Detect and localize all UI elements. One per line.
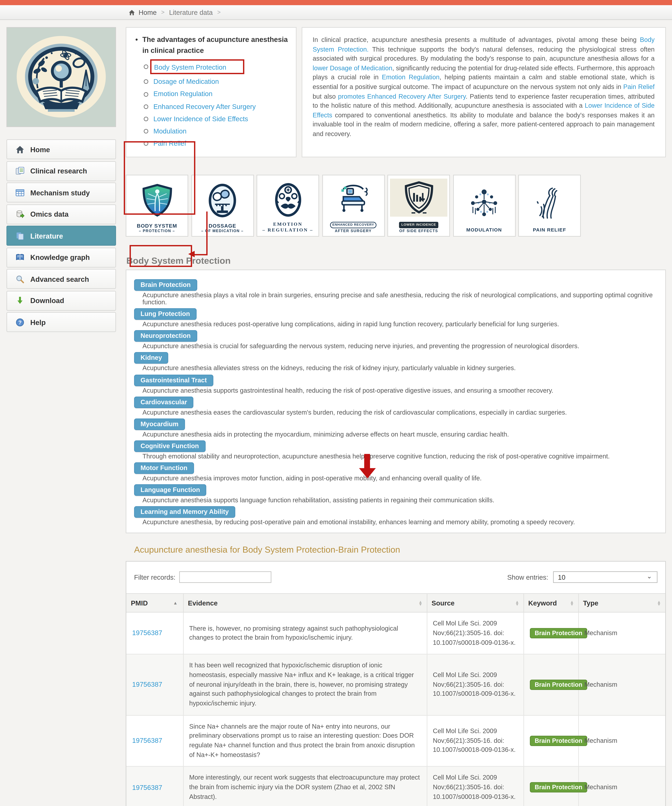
type-cell: Mechanism	[578, 767, 665, 806]
annotation-link-highlight-box: Body System Protection	[150, 59, 244, 74]
tag-button-cognitive-function[interactable]: Cognitive Function	[134, 440, 205, 452]
sidebar-item-knowledge-graph[interactable]: Knowledge graph	[7, 247, 116, 267]
advantage-card-of-side-effects[interactable]: LOWER INCIDENCEOF SIDE EFFECTS	[387, 174, 450, 236]
sidebar-item-home[interactable]: Home	[7, 139, 116, 159]
breadcrumb-home-link[interactable]: Home	[139, 8, 157, 16]
filter-input[interactable]	[179, 571, 272, 583]
advantage-card-modulation[interactable]: MODULATION	[453, 174, 515, 236]
advantage-card-after-surgery[interactable]: ENHANCED RECOVERYAFTER SURGERY	[322, 174, 385, 236]
tag-button-myocardium[interactable]: Myocardium	[134, 418, 185, 430]
keyword-badge[interactable]: Brain Protection	[530, 628, 588, 639]
table-row: 19756387It has been well recognized that…	[126, 654, 665, 715]
pmid-link[interactable]: 19756387	[132, 783, 162, 791]
card-caption-text: PAIN RELIEF	[533, 228, 566, 233]
sort-icons: ▲▼	[515, 601, 519, 605]
advantage-link-modulation[interactable]: Modulation	[154, 126, 187, 136]
tag-button-motor-function[interactable]: Motor Function	[134, 462, 194, 474]
sidebar-item-help[interactable]: ?Help	[7, 312, 116, 332]
tag-button-lung-protection[interactable]: Lung Protection	[134, 308, 196, 320]
tag-button-kidney[interactable]: Kidney	[134, 352, 168, 364]
network-icon	[456, 178, 513, 228]
advantage-card--protection-[interactable]: BODY SYSTEM– PROTECTION –	[126, 174, 188, 236]
circle-bullet-icon	[144, 92, 148, 96]
pmid-link[interactable]: 19756387	[132, 629, 162, 637]
column-header-pmid[interactable]: PMID▲	[126, 594, 183, 613]
sidebar-item-label: Clinical research	[30, 167, 87, 175]
mechanism-study-icon	[15, 188, 25, 197]
sidebar-item-literature[interactable]: Literature	[7, 226, 116, 246]
column-header-source[interactable]: Source▲▼	[427, 594, 523, 613]
tag-button-gastrointestinal-tract[interactable]: Gastrointestinal Tract	[134, 374, 213, 386]
column-header-label: PMID	[131, 599, 148, 607]
column-header-type[interactable]: Type▲▼	[578, 594, 665, 613]
table-body: 19756387There is, however, no promising …	[126, 613, 665, 806]
tag-description: Acupuncture anesthesia supports gastroin…	[142, 386, 657, 394]
advantage-link-dosage-of-medication[interactable]: Dosage of Medication	[154, 77, 219, 87]
sidebar-item-label: Help	[30, 318, 46, 326]
keyword-cell: Brain Protection	[523, 654, 578, 715]
advantage-link-row: Modulation	[144, 126, 289, 136]
tag-button-cardiovascular[interactable]: Cardiovascular	[134, 396, 193, 408]
intro-box: In clinical practice, acupuncture anesth…	[302, 27, 665, 157]
tag-description: Acupuncture anesthesia eases the cardiov…	[142, 408, 657, 416]
tag-pair: Motor FunctionAcupuncture anesthesia imp…	[134, 461, 657, 482]
advantage-card-pain-relief[interactable]: PAIN RELIEF	[518, 174, 581, 236]
source-cell: Cell Mol Life Sci. 2009 Nov;66(21):3505-…	[427, 715, 523, 767]
keyword-badge[interactable]: Brain Protection	[530, 783, 588, 793]
sidebar-item-omics-data[interactable]: Omics data	[7, 204, 116, 224]
pmid-link[interactable]: 19756387	[132, 680, 162, 688]
sidebar-item-label: Home	[30, 145, 50, 153]
keyword-cell: Brain Protection	[523, 715, 578, 767]
keyword-badge[interactable]: Brain Protection	[530, 680, 588, 690]
sidebar-item-advanced-search[interactable]: Advanced search	[7, 269, 116, 289]
column-header-keyword[interactable]: Keyword▲▼	[523, 594, 578, 613]
sidebar-item-label: Advanced search	[30, 275, 89, 283]
advantages-list-box: • The advantages of acupuncture anesthes…	[126, 27, 297, 157]
tag-button-language-function[interactable]: Language Function	[134, 484, 206, 496]
advantage-card--of-medication-[interactable]: DOSSAGE– OF MEDICATION –	[191, 174, 254, 236]
sidebar-item-clinical-research[interactable]: Clinical research	[7, 161, 116, 181]
intro-inline-link[interactable]: lower Dosage of Medication	[313, 64, 392, 71]
card-caption: ENHANCED RECOVERYAFTER SURGERY	[330, 217, 377, 233]
intro-inline-link[interactable]: Emotion Regulation	[382, 74, 439, 81]
type-cell: Mechanism	[578, 613, 665, 654]
table-row: 19756387More interestingly, our recent w…	[126, 767, 665, 806]
card-caption: MODULATION	[466, 228, 502, 233]
sidebar-item-label: Knowledge graph	[30, 253, 90, 261]
circle-bullet-icon	[144, 142, 148, 146]
intro-inline-link[interactable]: promotes Enhanced Recovery After Surgery	[338, 92, 466, 100]
tag-button-neuroprotection[interactable]: Neuroprotection	[134, 330, 197, 342]
advantage-card--regulation-[interactable]: EMOTION– REGULATION –	[256, 174, 319, 236]
circle-bullet-icon	[144, 129, 148, 134]
pmid-link[interactable]: 19756387	[132, 737, 162, 744]
emotion-emblem-icon	[259, 178, 317, 222]
card-caption-text: AFTER SURGERY	[330, 229, 377, 233]
advantage-link-body-system-protection[interactable]: Body System Protection	[154, 63, 226, 71]
intro-inline-link[interactable]: Pain Relief	[623, 83, 655, 90]
intro-text-segment: but also	[313, 92, 338, 100]
advantage-link-emotion-regulation[interactable]: Emotion Regulation	[154, 89, 213, 99]
sidebar-item-mechanism-study[interactable]: Mechanism study	[7, 182, 116, 203]
type-cell: Mechanism	[578, 654, 665, 715]
breadcrumb-current[interactable]: Literature data	[169, 8, 213, 16]
advantage-link-enhanced-recovery-after-surgery[interactable]: Enhanced Recovery After Surgery	[154, 102, 256, 112]
tag-button-brain-protection[interactable]: Brain Protection	[134, 279, 197, 291]
sidebar-item-download[interactable]: Download	[7, 291, 116, 311]
tag-description: Through emotional stability and neuropro…	[142, 453, 657, 460]
sort-icons: ▲▼	[657, 601, 661, 605]
knowledge-graph-icon	[15, 253, 25, 262]
entries-select[interactable]: 10 ⌄	[553, 571, 657, 583]
body-section-heading: Body System Protection	[126, 255, 665, 265]
advantage-link-pain-relief[interactable]: Pain Relief	[154, 139, 186, 149]
evidence-cell: More interestingly, our recent work sugg…	[183, 767, 427, 806]
keyword-badge[interactable]: Brain Protection	[530, 736, 588, 746]
advantages-title: • The advantages of acupuncture anesthes…	[135, 34, 289, 55]
advantage-link-lower-incidence-of-side-effects[interactable]: Lower Incidence of Side Effects	[154, 114, 248, 124]
column-header-evidence[interactable]: Evidence▲▼	[183, 594, 427, 613]
source-cell: Cell Mol Life Sci. 2009 Nov;66(21):3505-…	[427, 654, 523, 715]
tag-button-learning-and-memory-ability[interactable]: Learning and Memory Ability	[134, 506, 235, 518]
circle-bullet-icon	[144, 79, 148, 84]
card-caption-text: LOWER INCIDENCE	[399, 222, 439, 229]
column-header-label: Evidence	[188, 599, 218, 607]
card-caption-text: ENHANCED RECOVERY	[330, 222, 377, 229]
